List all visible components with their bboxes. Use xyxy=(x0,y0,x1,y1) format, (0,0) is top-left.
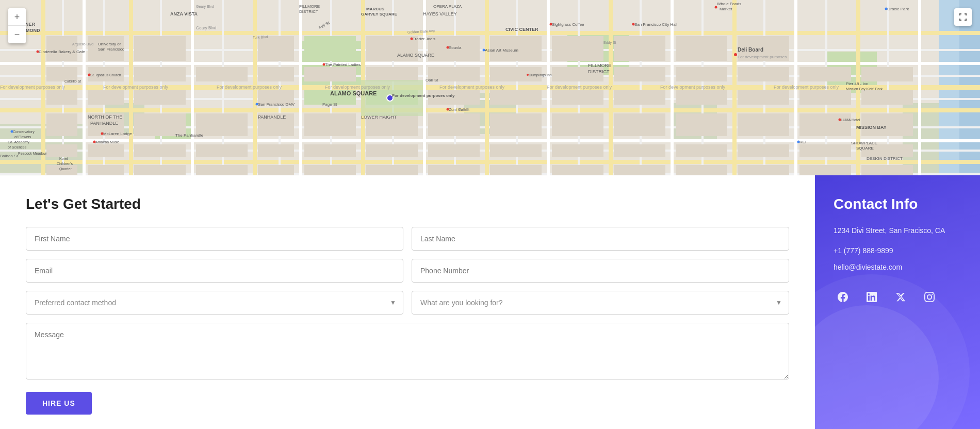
svg-text:San Francisco City Hall: San Francisco City Hall xyxy=(634,22,677,27)
svg-point-196 xyxy=(885,8,888,10)
svg-rect-106 xyxy=(614,113,665,136)
svg-rect-35 xyxy=(671,0,674,186)
svg-point-194 xyxy=(715,6,717,9)
svg-rect-89 xyxy=(490,90,542,105)
submit-button[interactable]: HIRE US xyxy=(26,392,92,415)
svg-text:Children's: Children's xyxy=(57,162,73,166)
phone-field xyxy=(412,259,789,283)
zoom-out-button[interactable]: − xyxy=(8,26,26,43)
svg-rect-111 xyxy=(46,144,77,157)
svg-rect-63 xyxy=(552,36,603,61)
svg-point-203 xyxy=(101,133,104,135)
svg-rect-92 xyxy=(676,90,727,105)
form-title: Let's Get Started xyxy=(26,196,789,212)
preferred-contact-wrapper: Preferred contact method Email Phone Tex… xyxy=(26,291,403,315)
svg-text:For development purposes only: For development purposes only xyxy=(392,93,455,98)
svg-rect-118 xyxy=(428,144,480,157)
svg-rect-12 xyxy=(0,31,980,35)
svg-rect-84 xyxy=(134,90,186,105)
form-panel: Let's Get Started Preferred xyxy=(0,175,815,429)
svg-rect-116 xyxy=(304,144,356,157)
svg-point-205 xyxy=(88,74,91,76)
first-name-input[interactable] xyxy=(26,227,403,251)
svg-rect-43 xyxy=(222,0,224,186)
svg-point-213 xyxy=(323,63,325,66)
svg-rect-13 xyxy=(0,62,980,65)
svg-rect-120 xyxy=(552,144,603,157)
email-input[interactable] xyxy=(26,259,403,283)
instagram-icon[interactable] xyxy=(920,288,939,306)
message-row xyxy=(26,323,789,380)
svg-text:SQUARE: SQUARE xyxy=(856,146,874,151)
svg-text:PANHANDLE: PANHANDLE xyxy=(258,114,286,120)
svg-rect-78 xyxy=(676,67,727,81)
svg-rect-90 xyxy=(552,90,603,105)
facebook-icon[interactable] xyxy=(834,288,852,306)
svg-point-176 xyxy=(483,49,485,52)
svg-text:ALAMO SQUARE: ALAMO SQUARE xyxy=(330,90,377,96)
svg-text:For development purposes only: For development purposes only xyxy=(103,85,169,90)
svg-rect-107 xyxy=(676,113,727,136)
svg-rect-93 xyxy=(738,90,789,105)
dropdowns-row: Preferred contact method Email Phone Tex… xyxy=(26,291,789,315)
zoom-in-button[interactable]: + xyxy=(8,8,26,26)
svg-rect-15 xyxy=(0,108,980,112)
svg-rect-72 xyxy=(304,67,356,81)
svg-text:Amoeba Music: Amoeba Music xyxy=(95,140,120,144)
preferred-contact-select[interactable]: Preferred contact method Email Phone Tex… xyxy=(26,291,403,315)
svg-text:St. Ignatius Church: St. Ignatius Church xyxy=(90,73,121,77)
svg-text:Cabrillo St: Cabrillo St xyxy=(64,79,81,83)
svg-text:Ca. Academy: Ca. Academy xyxy=(8,140,29,144)
svg-text:McLaren Lodge: McLaren Lodge xyxy=(103,131,132,136)
svg-text:CIVIC CENTER: CIVIC CENTER xyxy=(505,27,538,32)
svg-rect-105 xyxy=(552,113,603,136)
svg-text:Sightglass Coffee: Sightglass Coffee xyxy=(552,22,584,27)
svg-text:Souvla: Souvla xyxy=(449,45,462,50)
svg-text:Geary Blvd: Geary Blvd xyxy=(196,25,217,30)
svg-text:DESIGN DISTRICT: DESIGN DISTRICT xyxy=(867,156,903,161)
svg-text:of Sciences: of Sciences xyxy=(8,145,27,149)
svg-text:Eddy St: Eddy St xyxy=(603,41,616,45)
svg-rect-83 xyxy=(88,90,124,105)
message-textarea[interactable] xyxy=(26,323,789,380)
last-name-input[interactable] xyxy=(412,227,789,251)
svg-rect-34 xyxy=(609,0,613,186)
map-container[interactable]: INNER RICHMOND NORTH OF THE PANHANDLE PA… xyxy=(0,0,980,186)
contact-phone: +1 (777) 888-9899 xyxy=(834,246,961,255)
svg-text:MISSION BAY: MISSION BAY xyxy=(856,125,887,130)
svg-text:San Francisco: San Francisco xyxy=(98,47,125,52)
svg-text:Trader Joe's: Trader Joe's xyxy=(413,37,435,41)
svg-text:Asian Art Museum: Asian Art Museum xyxy=(485,48,518,53)
svg-rect-94 xyxy=(799,90,851,105)
svg-text:Oracle Park: Oracle Park xyxy=(887,7,909,11)
svg-point-187 xyxy=(797,141,800,143)
svg-text:FILLMORE: FILLMORE xyxy=(588,63,611,68)
svg-text:PANHANDLE: PANHANDLE xyxy=(90,121,118,126)
svg-rect-17 xyxy=(0,160,980,164)
svg-text:DISTRICT: DISTRICT xyxy=(588,69,610,74)
svg-rect-109 xyxy=(799,113,851,136)
svg-text:For development purposes only: For development purposes only xyxy=(217,85,282,90)
fullscreen-button[interactable] xyxy=(954,8,972,26)
svg-rect-124 xyxy=(799,144,851,157)
phone-input[interactable] xyxy=(412,259,789,283)
svg-rect-69 xyxy=(134,67,186,81)
svg-rect-101 xyxy=(304,113,356,136)
looking-for-select[interactable]: What are you looking for? Buy Sell Rent … xyxy=(412,291,789,315)
svg-text:LUMA Hotel: LUMA Hotel xyxy=(841,118,860,122)
svg-text:For development purposes only: For development purposes only xyxy=(774,85,839,90)
last-name-field xyxy=(412,227,789,251)
svg-text:Market: Market xyxy=(720,7,732,11)
svg-rect-29 xyxy=(299,0,302,186)
svg-text:For development purposes only: For development purposes only xyxy=(660,85,726,90)
twitter-x-icon[interactable] xyxy=(891,288,910,306)
svg-text:Fell St: Fell St xyxy=(459,108,469,111)
linkedin-icon[interactable] xyxy=(862,288,881,306)
svg-rect-82 xyxy=(46,90,77,105)
svg-text:ALAMO SQUARE: ALAMO SQUARE xyxy=(397,53,434,58)
contact-email: hello@diviestate.com xyxy=(834,263,961,271)
first-name-field xyxy=(26,227,403,251)
svg-rect-108 xyxy=(738,113,789,136)
svg-text:For development purposes only: For development purposes only xyxy=(0,85,66,90)
svg-text:GARVEY SQUARE: GARVEY SQUARE xyxy=(361,12,398,16)
